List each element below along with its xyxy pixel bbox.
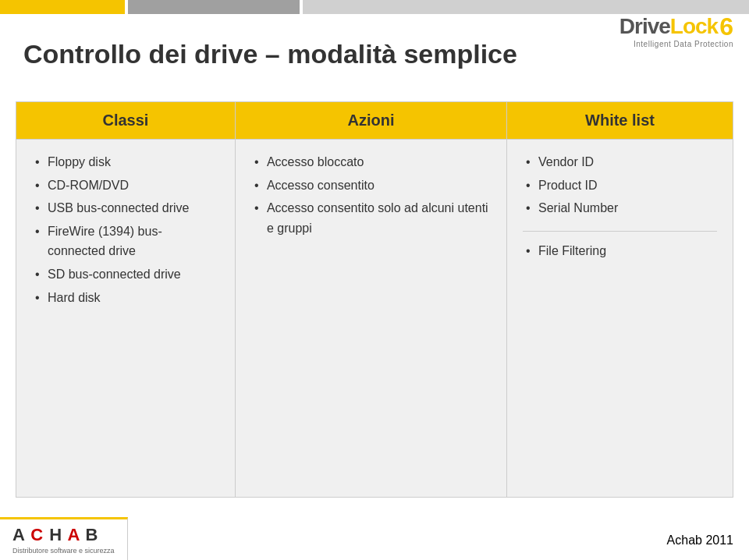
main-content-area: Classi Azioni White list Floppy disk CD-… [16,101,733,498]
whitelist-bottom-section: File Filtering [523,241,717,261]
list-item: FireWire (1394) bus-connected drive [32,222,219,261]
azioni-cell: Accesso bloccato Accesso consentito Acce… [235,140,506,498]
table-content-row: Floppy disk CD-ROM/DVD USB bus-connected… [16,140,733,498]
achab-letter-c: C [30,525,44,544]
whitelist-top-section: Vendor ID Product ID Serial Number [523,152,717,232]
list-item: Floppy disk [32,152,219,172]
top-bar-right [303,0,749,14]
achab-letter-a1: A [12,525,25,544]
achab-tagline: Distributore software e sicurezza [12,547,115,555]
achab-letter-h: H [49,525,62,544]
top-bar-gray [128,0,300,14]
logo-area: Drive Lock 6 Intelligent Data Protection [619,14,733,48]
logo-lock-text: Lock [670,14,718,39]
list-item: Vendor ID [523,152,717,172]
logo-drive-text: Drive [619,14,670,39]
classi-cell: Floppy disk CD-ROM/DVD USB bus-connected… [16,140,236,498]
whitelist-bottom-list: File Filtering [523,241,717,261]
header-azioni: Azioni [235,102,506,140]
whitelist-cell: Vendor ID Product ID Serial Number File … [507,140,733,498]
drivelock-logo: Drive Lock 6 [619,14,733,39]
logo-six: 6 [719,14,733,39]
achab-logo: A C H A B [12,525,115,545]
table-header-row: Classi Azioni White list [16,102,733,140]
list-item: Accesso consentito solo ad alcuni utenti… [251,198,491,238]
footer-year: Achab 2011 [667,533,733,548]
footer: A C H A B Distributore software e sicure… [0,517,128,560]
list-item: Hard disk [32,288,219,308]
page-title: Controllo dei drive – modalità semplice [23,39,517,69]
achab-letter-b: B [86,525,99,544]
achab-letter-a2: A [67,525,80,544]
list-item: Accesso bloccato [251,152,491,172]
whitelist-top-list: Vendor ID Product ID Serial Number [523,152,717,218]
top-bar-yellow [0,0,125,14]
classi-list: Floppy disk CD-ROM/DVD USB bus-connected… [32,152,219,307]
list-item: CD-ROM/DVD [32,175,219,196]
header-whitelist: White list [507,102,733,140]
list-item: Serial Number [523,198,717,218]
list-item: Accesso consentito [251,175,491,196]
azioni-list: Accesso bloccato Accesso consentito Acce… [251,152,491,238]
logo-tagline: Intelligent Data Protection [634,40,733,48]
header-classi: Classi [16,102,236,140]
list-item: USB bus-connected drive [32,198,219,218]
list-item: File Filtering [523,241,717,261]
list-item: SD bus-connected drive [32,264,219,285]
list-item: Product ID [523,175,717,196]
top-decorative-bar [0,0,749,14]
main-table: Classi Azioni White list Floppy disk CD-… [16,101,733,498]
